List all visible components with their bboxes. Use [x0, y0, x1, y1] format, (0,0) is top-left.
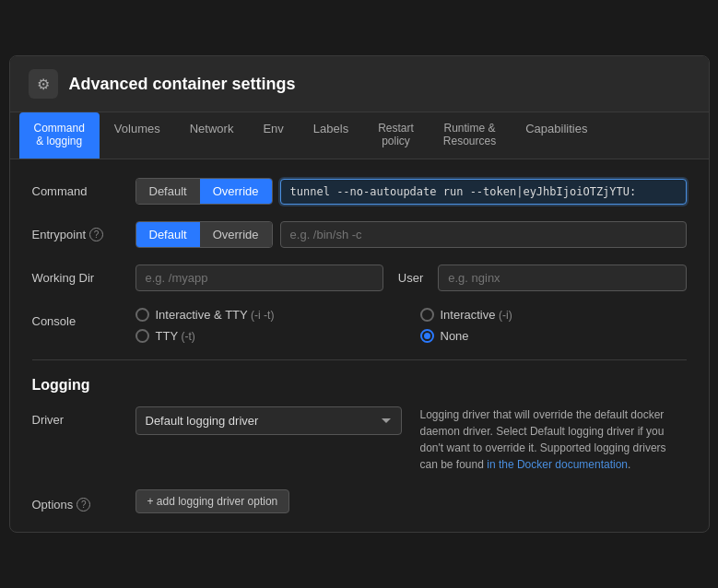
command-value-input[interactable] [280, 179, 687, 205]
tab-volumes[interactable]: Volumes [100, 112, 175, 159]
entrypoint-default-btn[interactable]: Default [136, 222, 200, 247]
command-override-btn[interactable]: Override [200, 179, 272, 204]
console-radio-group: Interactive & TTY (-i -t) Interactive (-… [135, 308, 687, 343]
console-label: Console [32, 308, 124, 328]
logging-description: Logging driver that will override the de… [420, 406, 687, 473]
radio-label-tty: TTY (-t) [156, 329, 195, 343]
entrypoint-row: Entrypoint ? Default Override [32, 221, 687, 248]
radio-circle-none [420, 329, 434, 343]
section-divider [32, 359, 687, 360]
command-row: Command Default Override [32, 178, 687, 205]
entrypoint-override-btn[interactable]: Override [200, 222, 272, 247]
tab-command-logging[interactable]: Command & logging [19, 112, 100, 159]
tab-env[interactable]: Env [248, 112, 298, 159]
working-dir-user-row: Working Dir User [32, 265, 687, 291]
logging-driver-select[interactable]: Default logging driver json-file syslog … [135, 406, 402, 435]
command-btn-group: Default Override [135, 178, 273, 205]
radio-circle-interactive [420, 308, 434, 322]
radio-tty[interactable]: TTY (-t) [135, 329, 402, 343]
tab-bar: Command & logging Volumes Network Env La… [10, 112, 709, 159]
tab-runtime-resources[interactable]: Runtime & Resources [429, 112, 511, 159]
user-input[interactable] [438, 265, 686, 291]
command-control: Default Override [135, 178, 687, 205]
entrypoint-input[interactable] [280, 221, 687, 248]
logging-section-title: Logging [32, 377, 687, 394]
add-logging-option-btn[interactable]: + add logging driver option [135, 489, 290, 513]
options-help-icon[interactable]: ? [77, 498, 90, 512]
modal-title: Advanced container settings [69, 75, 296, 94]
modal-header: ⚙ Advanced container settings [10, 56, 709, 112]
entrypoint-btn-group: Default Override [135, 221, 273, 248]
tab-restart-policy[interactable]: Restart policy [363, 112, 429, 159]
options-row: Options ? + add logging driver option [32, 489, 687, 513]
docker-docs-link[interactable]: in the Docker documentation [487, 458, 628, 471]
radio-circle-interactive-tty [135, 308, 149, 322]
radio-label-none: None [441, 329, 469, 343]
user-label: User [398, 271, 423, 285]
entrypoint-help-icon[interactable]: ? [89, 228, 103, 241]
entrypoint-label: Entrypoint ? [32, 221, 124, 241]
driver-label: Driver [32, 406, 124, 427]
advanced-container-settings-modal: ⚙ Advanced container settings Command & … [9, 55, 710, 533]
console-row: Console Interactive & TTY (-i -t) Intera… [32, 308, 687, 343]
command-default-btn[interactable]: Default [136, 179, 200, 204]
logging-left: Default logging driver json-file syslog … [135, 406, 402, 435]
radio-interactive[interactable]: Interactive (-i) [420, 308, 687, 322]
radio-label-interactive: Interactive (-i) [441, 308, 512, 322]
entrypoint-control: Default Override [135, 221, 687, 248]
tab-network[interactable]: Network [175, 112, 249, 159]
command-label: Command [32, 178, 124, 198]
working-dir-label: Working Dir [32, 265, 124, 285]
driver-row: Driver Default logging driver json-file … [32, 406, 687, 473]
logging-row: Default logging driver json-file syslog … [135, 406, 687, 473]
working-dir-input[interactable] [135, 265, 383, 291]
radio-circle-tty [135, 329, 149, 343]
tab-labels[interactable]: Labels [299, 112, 363, 159]
radio-interactive-tty[interactable]: Interactive & TTY (-i -t) [135, 308, 402, 322]
radio-label-interactive-tty: Interactive & TTY (-i -t) [156, 308, 275, 322]
modal-content: Command Default Override Entrypoint ? De… [10, 159, 709, 532]
working-dir-user-control: User [135, 265, 687, 291]
tab-capabilities[interactable]: Capabilities [511, 112, 602, 159]
settings-icon: ⚙ [29, 69, 58, 99]
radio-none[interactable]: None [420, 329, 687, 343]
options-label: Options ? [32, 491, 124, 512]
